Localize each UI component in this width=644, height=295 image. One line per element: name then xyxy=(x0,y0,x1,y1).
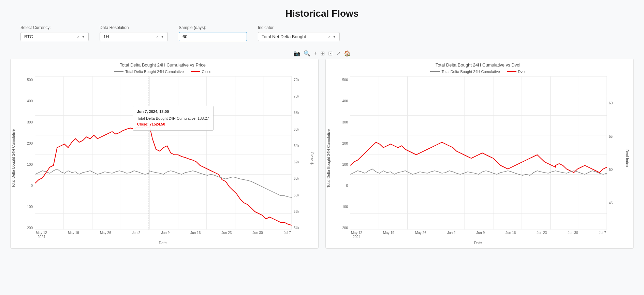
chart2-y-axis-right: 60 55 50 45 xyxy=(607,76,625,240)
indicator-select[interactable]: Total Net Delta Bought × ▼ xyxy=(258,32,340,41)
resolution-clear-icon[interactable]: × xyxy=(156,34,159,39)
chart1-area: Total Delta Bought 24H Cumulative 500 40… xyxy=(11,76,315,240)
resolution-arrow-icon[interactable]: ▼ xyxy=(161,35,164,39)
currency-label: Select Currency: xyxy=(20,25,89,30)
currency-select[interactable]: BTC × ▼ xyxy=(20,32,89,41)
chart1-legend: Total Delta Bought 24H Cumulative Close xyxy=(11,70,315,74)
chart2-svg xyxy=(350,76,607,230)
charts-row: Total Delta Bought 24H Cumulative vs Pri… xyxy=(0,59,644,255)
chart2-area: Total Delta Bought 24H Cumulative 500 40… xyxy=(326,76,630,240)
indicator-control: Indicator Total Net Delta Bought × ▼ xyxy=(258,25,340,41)
chart2-y-left-label: Total Delta Bought 24H Cumulative xyxy=(326,76,331,240)
chart1-svg xyxy=(35,76,292,230)
currency-arrow-icon[interactable]: ▼ xyxy=(82,35,85,39)
chart1-y-left-label: Total Delta Bought 24H Cumulative xyxy=(11,76,16,240)
chart1-y-right-label: Close $ xyxy=(309,76,315,240)
chart1-x-axis: May 122024 May 19 May 26 Jun 2 Jun 9 Jun… xyxy=(35,230,292,240)
chart1-title: Total Delta Bought 24H Cumulative vs Pri… xyxy=(11,62,315,68)
indicator-label: Indicator xyxy=(258,25,340,30)
page-title: Historical Flows xyxy=(0,0,644,25)
currency-value: BTC xyxy=(24,34,75,39)
zoom-icon[interactable]: 🔍 xyxy=(304,50,310,57)
chart2-y-right-label: Dvol Index xyxy=(625,76,630,240)
chart1-container: Total Delta Bought 24H Cumulative vs Pri… xyxy=(10,59,319,249)
sample-control: Sample (days): xyxy=(179,25,247,41)
expand-icon[interactable]: ⤢ xyxy=(336,50,340,57)
chart1-legend-red: Close xyxy=(191,70,211,74)
currency-clear-icon[interactable]: × xyxy=(77,34,79,39)
chart1-y-axis-left: 500 400 300 200 100 0 −100 −200 xyxy=(16,76,35,240)
controls-bar: Select Currency: BTC × ▼ Data Resolution… xyxy=(0,25,644,48)
resolution-value: 1H xyxy=(103,34,154,39)
home-icon[interactable]: 🏠 xyxy=(344,50,351,57)
chart1-inner: Jun 7, 2024, 13:00 Total Delta Bought 24… xyxy=(35,76,292,240)
chart2-inner: May 122024 May 19 May 26 Jun 2 Jun 9 Jun… xyxy=(350,76,607,240)
chart2-container: Total Delta Bought 24H Cumulative vs Dvo… xyxy=(325,59,634,249)
indicator-clear-icon[interactable]: × xyxy=(328,34,331,39)
add-icon[interactable]: + xyxy=(314,50,317,57)
chart1-x-label: Date xyxy=(11,241,315,245)
chart2-legend-red: Dvol xyxy=(507,70,526,74)
sample-label: Sample (days): xyxy=(179,25,247,30)
indicator-arrow-icon[interactable]: ▼ xyxy=(333,35,336,39)
currency-control: Select Currency: BTC × ▼ xyxy=(20,25,89,41)
chart1-y-axis-right: 72k 70k 68k 66k 64k 62k 60k 58k 56k 54k xyxy=(292,76,309,240)
chart2-title: Total Delta Bought 24H Cumulative vs Dvo… xyxy=(326,62,630,68)
chart1-cursor-line xyxy=(148,76,148,230)
camera-icon[interactable]: 📷 xyxy=(293,50,300,57)
box-icon[interactable]: ⊡ xyxy=(328,50,333,57)
indicator-value: Total Net Delta Bought xyxy=(262,34,326,39)
chart2-legend: Total Delta Bought 24H Cumulative Dvol xyxy=(326,70,630,74)
grid-icon[interactable]: ⊞ xyxy=(320,50,325,57)
chart2-y-axis-left: 500 400 300 200 100 0 −100 −200 xyxy=(331,76,350,240)
sample-input[interactable] xyxy=(179,32,247,41)
chart2-legend-gray: Total Delta Bought 24H Cumulative xyxy=(430,70,500,74)
chart-toolbar: 📷 🔍 + ⊞ ⊡ ⤢ 🏠 xyxy=(0,48,644,59)
chart1-legend-gray: Total Delta Bought 24H Cumulative xyxy=(114,70,184,74)
chart2-x-label: Date xyxy=(326,241,630,245)
chart2-x-axis: May 122024 May 19 May 26 Jun 2 Jun 9 Jun… xyxy=(350,230,607,240)
resolution-select[interactable]: 1H × ▼ xyxy=(100,32,168,41)
resolution-control: Data Resolution 1H × ▼ xyxy=(100,25,168,41)
resolution-label: Data Resolution xyxy=(100,25,168,30)
